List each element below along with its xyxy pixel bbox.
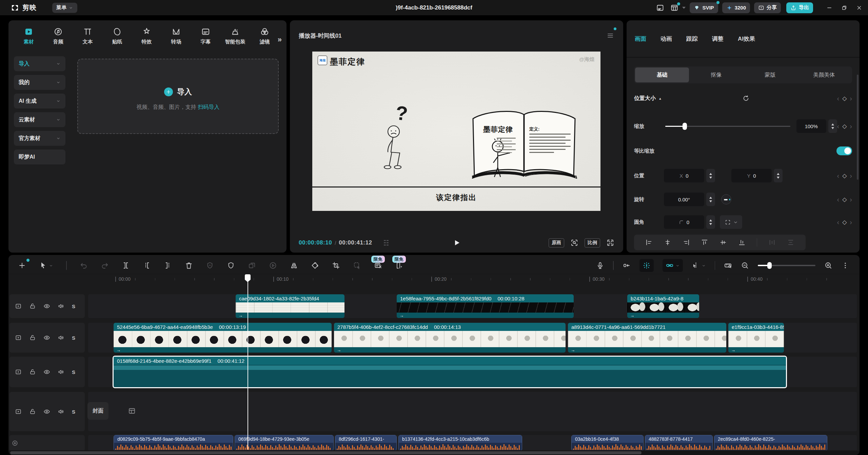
select-tool-button[interactable] — [39, 261, 53, 270]
video-clip[interactable]: b243b114-1ba5-42a9-8→ — [627, 294, 699, 318]
import-dropzone[interactable]: 导入 视频、音频、图片，支持 扫码导入 — [77, 59, 279, 134]
tab-text[interactable]: 文本 — [73, 27, 102, 45]
video-clip[interactable]: cae09d34-1802-4a33-82fe-2b35fd4→ — [236, 294, 344, 318]
preview-zoom-button[interactable] — [570, 239, 578, 247]
video-clip[interactable]: e1f9cc1a-03b3-4416-8964-e9→ — [728, 323, 784, 353]
credits-button[interactable]: 3200 — [722, 2, 750, 13]
restore-button[interactable] — [841, 4, 848, 11]
reset-button[interactable] — [742, 95, 750, 102]
solo-track-button[interactable]: S — [72, 369, 75, 375]
timeline-zoom-slider[interactable] — [758, 262, 815, 269]
timeline-zoom-out-button[interactable] — [741, 261, 749, 270]
position-y-field[interactable]: Y0 — [731, 169, 772, 182]
playhead[interactable] — [248, 275, 248, 450]
scale-stepper[interactable] — [828, 119, 837, 133]
subtab-1[interactable]: 抠像 — [689, 67, 743, 82]
template-icon[interactable] — [128, 407, 136, 415]
audio-clip[interactable]: 069f9d94-18be-4729-93ee-3b05e — [235, 435, 334, 450]
subtab-2[interactable]: 蒙版 — [743, 67, 797, 82]
audio-clip[interactable]: 4882783f-8778-4417 — [645, 435, 713, 450]
svip-button[interactable]: SVIP — [690, 2, 718, 13]
align-bottom-button[interactable] — [738, 239, 746, 246]
scale-slider-thumb[interactable] — [683, 123, 687, 130]
lock-track-button[interactable] — [29, 369, 36, 375]
play-button[interactable] — [453, 239, 461, 247]
rotate-clip-button[interactable] — [311, 261, 319, 270]
sidebar-item-2[interactable]: AI 生成 — [14, 94, 65, 108]
audio-clip[interactable]: 2ec89ca4-8fd0-460e-8225- — [714, 435, 827, 450]
timeline-more-button[interactable] — [841, 261, 849, 270]
original-quality-button[interactable]: 原画 — [549, 238, 564, 248]
keyframe-add-icon[interactable]: ◇ — [842, 197, 847, 202]
import-button[interactable]: 导入 — [164, 87, 192, 97]
tab-filter[interactable]: 滤镜 — [250, 27, 279, 45]
solo-track-button[interactable]: S — [72, 303, 75, 309]
inspector-tab-1[interactable]: 动画 — [660, 35, 672, 43]
align-horizontal-center-button[interactable] — [664, 239, 671, 246]
scan-import-link[interactable]: 扫码导入 — [198, 104, 219, 110]
keyframe-add-icon[interactable]: ◇ — [842, 96, 847, 101]
rotation-value-field[interactable]: 0.00° — [664, 193, 704, 206]
video-preview[interactable]: 海煌 墨菲定律 @海煌 ? — [312, 52, 600, 211]
align-right-button[interactable] — [683, 239, 690, 246]
keyframe-prev-icon[interactable]: ‹ — [837, 123, 840, 130]
uniform-scale-toggle[interactable] — [836, 146, 852, 155]
sidebar-item-3[interactable]: 云素材 — [14, 112, 65, 127]
track-preview-button[interactable] — [15, 334, 22, 341]
video-clip[interactable]: 1e58feaa-7955-49bc-8d5f-2b561f829fd000:0… — [397, 294, 574, 318]
frame-grid-icon[interactable] — [382, 239, 390, 247]
track-preview-button[interactable] — [15, 408, 22, 415]
sidebar-item-5[interactable]: 即梦AI — [14, 150, 65, 164]
tab-package[interactable]: 智能包装 — [220, 27, 250, 45]
layout-caret-icon[interactable] — [682, 7, 686, 9]
tab-sticker[interactable]: 贴纸 — [102, 27, 132, 45]
split-clip-button[interactable] — [122, 261, 130, 270]
player-menu-button[interactable] — [606, 32, 614, 40]
keyframe-next-icon[interactable]: › — [850, 123, 852, 130]
audio-clip[interactable]: 03a2bb16-0ce4-4f38 — [571, 435, 644, 450]
keyframe-next-icon[interactable]: › — [850, 95, 852, 102]
tab-effect[interactable]: 特效 — [132, 27, 161, 45]
tab-transition[interactable]: 转场 — [161, 27, 191, 45]
position-y-stepper[interactable] — [774, 169, 783, 182]
mirror-clip-button[interactable] — [290, 261, 298, 270]
position-x-stepper[interactable] — [706, 169, 715, 182]
keyframe-prev-icon[interactable]: ‹ — [837, 196, 840, 203]
preview-axis-button[interactable] — [639, 259, 654, 272]
export-button[interactable]: 导出 — [786, 2, 813, 13]
tab-caption[interactable]: 字幕 — [191, 27, 220, 45]
scale-slider[interactable] — [665, 123, 790, 130]
record-voiceover-button[interactable] — [596, 261, 604, 270]
align-left-button[interactable] — [645, 239, 653, 246]
selected-clip[interactable]: 0158f68d-2145-4bee-882e-e42bb69e99f100:0… — [114, 357, 786, 387]
subtab-0[interactable]: 基础 — [635, 67, 689, 82]
fit-timeline-button[interactable] — [724, 261, 732, 270]
section-title[interactable]: 位置大小▲ — [634, 95, 662, 102]
add-media-button[interactable] — [18, 261, 26, 270]
corner-radius-field[interactable]: 0 — [664, 215, 704, 229]
cover-button[interactable]: 封面 — [87, 402, 108, 420]
track-preview-button[interactable] — [15, 369, 22, 375]
solo-track-button[interactable]: S — [72, 335, 75, 341]
corner-radius-stepper[interactable] — [706, 215, 715, 229]
menu-button[interactable]: 菜单 — [52, 3, 77, 13]
keyframe-prev-icon[interactable]: ‹ — [837, 95, 840, 102]
more-tabs-button[interactable]: » — [278, 35, 282, 44]
toggle-visibility-button[interactable] — [43, 408, 50, 415]
smart-split-button[interactable]: 限免 — [395, 261, 403, 270]
sidebar-item-1[interactable]: 我的 — [14, 75, 65, 90]
toggle-visibility-button[interactable] — [43, 334, 50, 341]
toggle-visibility-button[interactable] — [43, 303, 50, 310]
share-button[interactable]: 分享 — [754, 2, 781, 13]
lock-track-button[interactable] — [29, 303, 36, 310]
video-clip[interactable]: a8913d4c-0771-4a96-aa61-569dd1b7721→ — [568, 323, 726, 353]
toggle-mute-button[interactable] — [58, 334, 64, 341]
scale-value-field[interactable]: 100% — [796, 119, 826, 133]
keyframe-next-icon[interactable]: › — [850, 196, 852, 203]
tab-audio[interactable]: 音频 — [43, 27, 73, 45]
keyframe-add-icon[interactable]: ◇ — [842, 123, 847, 129]
cursor-mode-button[interactable] — [692, 261, 706, 270]
sidebar-item-0[interactable]: 导入 — [14, 56, 65, 71]
toggle-mute-button[interactable] — [58, 303, 64, 310]
sidebar-item-4[interactable]: 官方素材 — [14, 131, 65, 146]
